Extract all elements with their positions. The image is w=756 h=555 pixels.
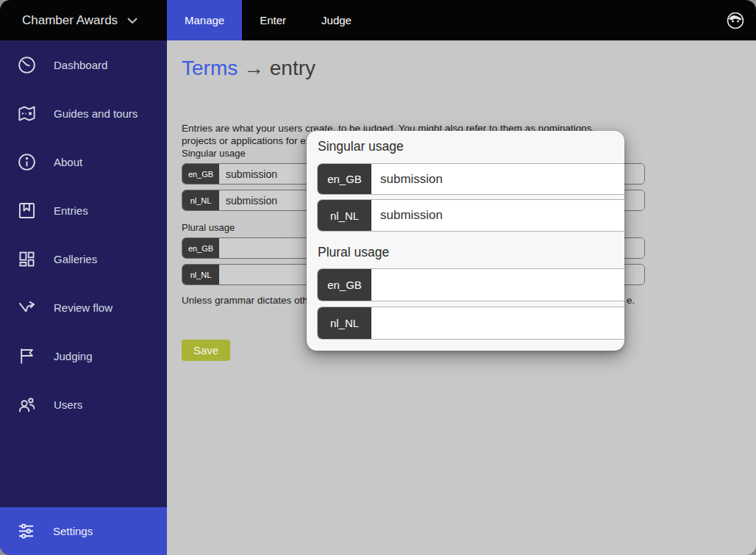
top-tabs: Manage Enter Judge — [167, 0, 369, 40]
user-menu[interactable] — [726, 0, 756, 40]
sidebar-item-label: Judging — [54, 350, 93, 362]
popup-plural-en-gb-row: en_GB — [317, 268, 624, 301]
popup-singular-en-gb-row: en_GB — [317, 163, 624, 195]
sidebar-item-entries[interactable]: Entries — [0, 186, 167, 234]
account-name: Chamber Awards — [22, 13, 118, 28]
sidebar-item-galleries[interactable]: Galleries — [0, 234, 167, 283]
grammar-hint-left: Unless grammar dictates othe — [182, 295, 313, 306]
sidebar-item-label: Entries — [54, 204, 88, 217]
sidebar-item-dashboard[interactable]: Dashboard — [0, 40, 167, 89]
locale-badge: nl_NL — [318, 200, 371, 231]
clock-gauge-icon — [16, 54, 37, 75]
sidebar-item-about[interactable]: About — [0, 137, 167, 186]
singular-usage-label: Singular usage — [182, 148, 246, 159]
popup-singular-nl-nl-row: nl_NL — [317, 199, 624, 232]
screenshot-stage: Chamber Awards Manage Enter Judge — [0, 0, 756, 555]
bookmark-square-icon — [16, 200, 37, 221]
sidebar: Dashboard Guides and tours About — [0, 40, 167, 555]
sidebar-item-label: Review flow — [54, 301, 113, 314]
sidebar-item-label: Guides and tours — [54, 107, 138, 120]
sidebar-item-label: Users — [54, 398, 82, 411]
sidebar-item-judging[interactable]: Judging — [0, 332, 167, 380]
sliders-icon — [16, 521, 36, 541]
page-title: entry — [270, 57, 315, 79]
popup-plural-nl-nl-row: nl_NL — [317, 307, 624, 340]
popup-plural-en-gb-input[interactable] — [371, 269, 624, 301]
breadcrumb-terms-link[interactable]: Terms — [182, 57, 238, 79]
sidebar-item-settings[interactable]: Settings — [0, 507, 167, 555]
popup-singular-nl-nl-input[interactable] — [371, 200, 624, 231]
save-button[interactable]: Save — [182, 340, 230, 361]
tab-judge[interactable]: Judge — [304, 0, 369, 40]
sidebar-item-label: About — [54, 156, 82, 168]
locale-badge: en_GB — [182, 238, 219, 258]
zoom-popup: Singular usage en_GB nl_NL Plural usage … — [307, 131, 624, 351]
sidebar-item-label: Galleries — [54, 253, 97, 265]
popup-plural-usage-label: Plural usage — [318, 245, 389, 260]
app-window: Chamber Awards Manage Enter Judge — [0, 0, 756, 555]
flow-arrow-icon — [16, 297, 37, 318]
sidebar-item-users[interactable]: Users — [0, 380, 167, 429]
sidebar-item-label: Dashboard — [54, 59, 107, 71]
locale-badge: nl_NL — [182, 265, 219, 284]
top-bar: Chamber Awards Manage Enter Judge — [0, 0, 756, 40]
popup-plural-nl-nl-input[interactable] — [371, 307, 624, 339]
sidebar-item-guides[interactable]: Guides and tours — [0, 89, 167, 137]
grammar-hint-right: e. — [627, 295, 635, 306]
popup-singular-usage-label: Singular usage — [318, 139, 404, 154]
map-icon — [16, 103, 37, 123]
people-icon — [16, 394, 37, 415]
breadcrumb: Terms → entry — [182, 57, 315, 80]
flag-icon — [16, 345, 37, 366]
account-switcher[interactable]: Chamber Awards — [0, 0, 167, 40]
tab-manage[interactable]: Manage — [167, 0, 242, 40]
locale-badge: en_GB — [318, 164, 371, 194]
info-circle-icon — [16, 151, 37, 172]
locale-badge: en_GB — [182, 164, 219, 184]
popup-singular-en-gb-input[interactable] — [371, 164, 624, 194]
tab-enter[interactable]: Enter — [242, 0, 304, 40]
sidebar-item-review-flow[interactable]: Review flow — [0, 283, 167, 332]
chevron-down-icon — [126, 17, 138, 24]
locale-badge: en_GB — [318, 269, 371, 301]
locale-badge: nl_NL — [182, 190, 219, 210]
sidebar-item-label: Settings — [53, 525, 93, 537]
locale-badge: nl_NL — [318, 307, 371, 339]
main-content: Terms → entry Entries are what your user… — [167, 40, 756, 555]
masonry-grid-icon — [16, 248, 37, 269]
plural-usage-label: Plural usage — [182, 222, 235, 233]
user-face-icon — [726, 11, 745, 30]
breadcrumb-arrow: → — [243, 57, 264, 79]
